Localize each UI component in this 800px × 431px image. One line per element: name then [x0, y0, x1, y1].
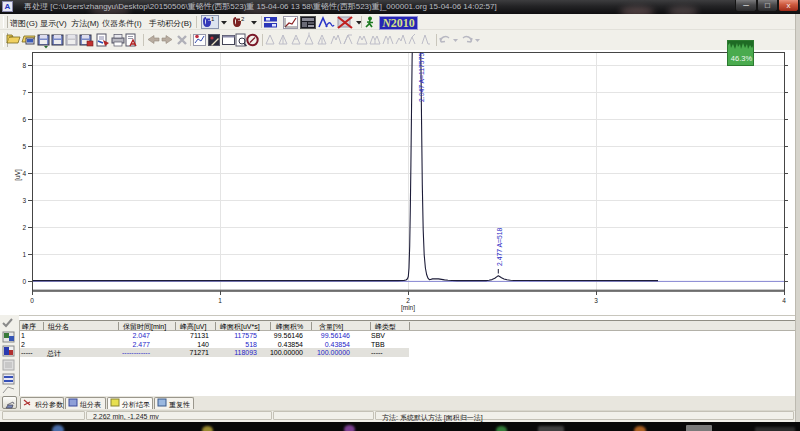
svg-text:0: 0 [22, 278, 26, 285]
svg-text:3: 3 [594, 297, 598, 304]
svg-text:2: 2 [406, 297, 410, 304]
svg-text:7: 7 [22, 89, 26, 96]
svg-text:0: 0 [30, 297, 34, 304]
svg-text:3: 3 [22, 197, 26, 204]
svg-text:2: 2 [22, 224, 26, 231]
svg-text:4: 4 [22, 170, 26, 177]
svg-text:2: 2 [241, 16, 245, 22]
svg-text:1: 1 [22, 251, 26, 258]
svg-text:5: 5 [22, 143, 26, 150]
svg-text:1: 1 [218, 297, 222, 304]
svg-text:[min]: [min] [401, 304, 415, 312]
svg-text:8: 8 [22, 62, 26, 69]
svg-text:[uV]: [uV] [14, 169, 22, 181]
svg-text:2.477 A=518: 2.477 A=518 [496, 227, 503, 266]
svg-text:2.047 A=117575: 2.047 A=117575 [418, 53, 425, 102]
svg-text:4: 4 [782, 297, 786, 304]
svg-text:6: 6 [22, 116, 26, 123]
